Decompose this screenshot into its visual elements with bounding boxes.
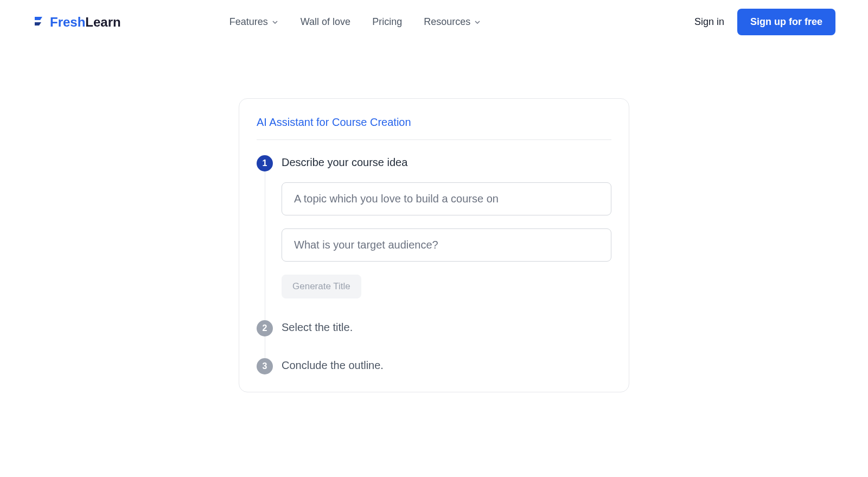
target-audience-input[interactable] (282, 228, 611, 262)
signin-link[interactable]: Sign in (694, 16, 724, 28)
step-1-number: 1 (257, 155, 273, 171)
site-header: FreshLearn Features Wall of love Pricing… (0, 0, 868, 44)
logo-icon (33, 15, 46, 30)
signup-button[interactable]: Sign up for free (737, 9, 835, 35)
step-2-header: 2 Select the title. (257, 320, 611, 336)
step-2-body (265, 336, 611, 358)
card-title: AI Assistant for Course Creation (257, 116, 611, 140)
step-3-title: Conclude the outline. (282, 358, 384, 372)
nav-features-label: Features (229, 16, 268, 28)
generate-title-button[interactable]: Generate Title (282, 275, 361, 298)
nav-resources[interactable]: Resources (424, 16, 481, 28)
step-1-header: 1 Describe your course idea (257, 155, 611, 171)
nav-wall-of-love[interactable]: Wall of love (301, 16, 350, 28)
nav-wall-label: Wall of love (301, 16, 350, 28)
step-2-title: Select the title. (282, 320, 353, 334)
auth-section: Sign in Sign up for free (694, 9, 835, 35)
ai-assistant-card: AI Assistant for Course Creation 1 Descr… (239, 98, 629, 392)
chevron-down-icon (271, 18, 279, 26)
logo[interactable]: FreshLearn (33, 15, 121, 30)
nav-resources-label: Resources (424, 16, 470, 28)
logo-text-fresh: Fresh (50, 15, 85, 29)
step-3-header: 3 Conclude the outline. (257, 358, 611, 374)
step-1-body: Generate Title (265, 171, 611, 320)
nav-pricing[interactable]: Pricing (372, 16, 402, 28)
step-1-title: Describe your course idea (282, 155, 407, 169)
course-topic-input[interactable] (282, 182, 611, 215)
step-2-number: 2 (257, 320, 273, 336)
nav-features[interactable]: Features (229, 16, 279, 28)
logo-text-learn: Learn (85, 15, 120, 29)
nav-pricing-label: Pricing (372, 16, 402, 28)
step-3-number: 3 (257, 358, 273, 374)
main-nav: Features Wall of love Pricing Resources (229, 16, 482, 28)
chevron-down-icon (474, 18, 481, 26)
